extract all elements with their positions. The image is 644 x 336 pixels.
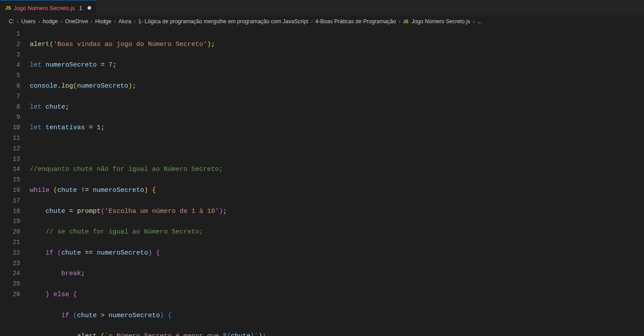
line-number: 4 xyxy=(0,60,20,71)
line-number: 18 xyxy=(0,206,20,217)
code-line[interactable]: if (chute > numeroSecreto) { xyxy=(30,311,644,321)
tab-problem-count: 1 xyxy=(79,5,82,11)
line-number: 20 xyxy=(0,227,20,237)
code-line[interactable]: if (chute == numeroSecreto) { xyxy=(30,248,644,258)
code-line[interactable]: //enquanto chute não for igual ao Número… xyxy=(30,164,644,175)
chevron-right-icon: › xyxy=(38,18,40,25)
js-file-icon: JS xyxy=(403,19,408,24)
breadcrumb-part[interactable]: hodge xyxy=(43,18,58,25)
code-line[interactable]: alert (`o Número Secreto é menor que ${c… xyxy=(30,331,644,336)
breadcrumb-part[interactable]: OneDrive xyxy=(65,18,88,25)
line-number: 21 xyxy=(0,237,20,248)
code-content[interactable]: alert('Boas vindas ao jogo do Número Sec… xyxy=(30,29,644,336)
code-line[interactable]: } else { xyxy=(30,290,644,300)
line-number: 17 xyxy=(0,196,20,206)
line-number: 15 xyxy=(0,175,20,185)
line-number: 6 xyxy=(0,81,20,92)
chevron-right-icon: › xyxy=(114,18,116,25)
breadcrumb-part[interactable]: 4-Boas Práticas de Programação xyxy=(315,18,396,25)
chevron-right-icon: › xyxy=(134,18,136,25)
code-line[interactable]: break; xyxy=(30,269,644,279)
line-number: 3 xyxy=(0,50,20,60)
breadcrumb-part[interactable]: Users xyxy=(21,18,36,25)
breadcrumb-part[interactable]: Alura xyxy=(118,18,131,25)
code-line[interactable] xyxy=(30,144,644,154)
line-number: 8 xyxy=(0,102,20,113)
code-line[interactable]: while (chute != numeroSecreto) { xyxy=(30,185,644,196)
line-number: 19 xyxy=(0,216,20,227)
code-line[interactable]: chute = prompt('Escolha um número de 1 à… xyxy=(30,206,644,217)
js-file-icon: JS xyxy=(5,5,11,11)
breadcrumb-part[interactable]: 1- Lógica de programação mergulhe em pro… xyxy=(138,18,308,25)
line-number: 1 xyxy=(0,29,20,39)
line-number: 13 xyxy=(0,154,20,165)
chevron-right-icon: › xyxy=(311,18,313,25)
line-number-gutter: 1 2 3 4 5 6 7 8 9 10 11 12 13 14 15 16 1… xyxy=(0,29,30,336)
chevron-right-icon: › xyxy=(60,18,62,25)
code-line[interactable]: // se chute for igual ao Número Secreto; xyxy=(30,227,644,237)
code-editor[interactable]: 1 2 3 4 5 6 7 8 9 10 11 12 13 14 15 16 1… xyxy=(0,27,644,336)
line-number: 23 xyxy=(0,258,20,269)
chevron-right-icon: › xyxy=(17,18,19,25)
code-line[interactable]: let chute; xyxy=(30,102,644,113)
line-number: 7 xyxy=(0,92,20,102)
line-number: 16 xyxy=(0,185,20,196)
line-number: 2 xyxy=(0,39,20,50)
line-number: 5 xyxy=(0,71,20,81)
code-line[interactable]: alert('Boas vindas ao jogo do Número Sec… xyxy=(30,39,644,50)
line-number: 25 xyxy=(0,279,20,290)
line-number: 22 xyxy=(0,248,20,258)
chevron-right-icon: › xyxy=(473,18,475,25)
tab-active[interactable]: JS Jogo Número Secreto.js 1 xyxy=(0,0,96,15)
line-number: 24 xyxy=(0,269,20,279)
chevron-right-icon: › xyxy=(398,18,400,25)
breadcrumb[interactable]: C:› Users› hodge› OneDrive› Hodge› Alura… xyxy=(0,16,644,27)
breadcrumb-tail[interactable]: ... xyxy=(477,18,482,25)
tab-filename: Jogo Número Secreto.js xyxy=(14,5,74,11)
line-number: 26 xyxy=(0,290,20,300)
line-number: 14 xyxy=(0,164,20,175)
code-line[interactable]: let tentativas = 1; xyxy=(30,123,644,133)
code-line[interactable]: let numeroSecreto = 7; xyxy=(30,60,644,71)
dirty-indicator-icon xyxy=(88,6,91,10)
code-line[interactable]: console.log(numeroSecreto); xyxy=(30,81,644,92)
breadcrumb-part[interactable]: C: xyxy=(9,18,14,25)
line-number: 10 xyxy=(0,123,20,133)
breadcrumb-file[interactable]: Jogo Número Secreto.js xyxy=(412,18,470,25)
breadcrumb-part[interactable]: Hodge xyxy=(95,18,111,25)
line-number: 11 xyxy=(0,133,20,144)
chevron-right-icon: › xyxy=(91,18,92,25)
line-number: 9 xyxy=(0,112,20,123)
editor-tabs: JS Jogo Número Secreto.js 1 xyxy=(0,0,644,16)
line-number: 12 xyxy=(0,144,20,154)
